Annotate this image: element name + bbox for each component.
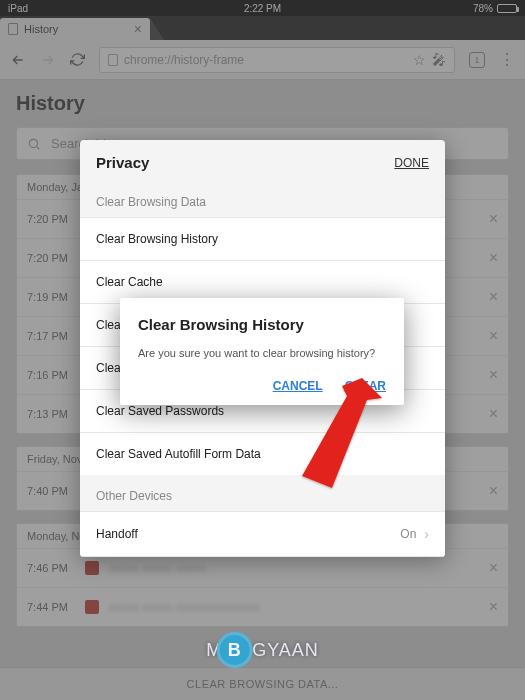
dialog-text: Are you sure you want to clear browsing …: [138, 347, 386, 359]
chevron-right-icon: ›: [424, 526, 429, 542]
clear-browsing-history-item[interactable]: Clear Browsing History: [80, 217, 445, 260]
cancel-button[interactable]: CANCEL: [273, 379, 323, 393]
watermark: M B IGYAAN: [206, 632, 319, 668]
clear-button[interactable]: CLEAR: [345, 379, 386, 393]
privacy-title: Privacy: [96, 154, 149, 171]
confirm-dialog: Clear Browsing History Are you sure you …: [120, 298, 404, 405]
section-header: Clear Browsing Data: [80, 181, 445, 217]
watermark-logo: B: [216, 632, 252, 668]
clear-autofill-item[interactable]: Clear Saved Autofill Form Data: [80, 432, 445, 475]
done-button[interactable]: DONE: [394, 156, 429, 170]
clear-cache-item[interactable]: Clear Cache: [80, 260, 445, 303]
section-header: Other Devices: [80, 475, 445, 511]
handoff-item[interactable]: Handoff On ›: [80, 511, 445, 557]
dialog-title: Clear Browsing History: [138, 316, 386, 333]
